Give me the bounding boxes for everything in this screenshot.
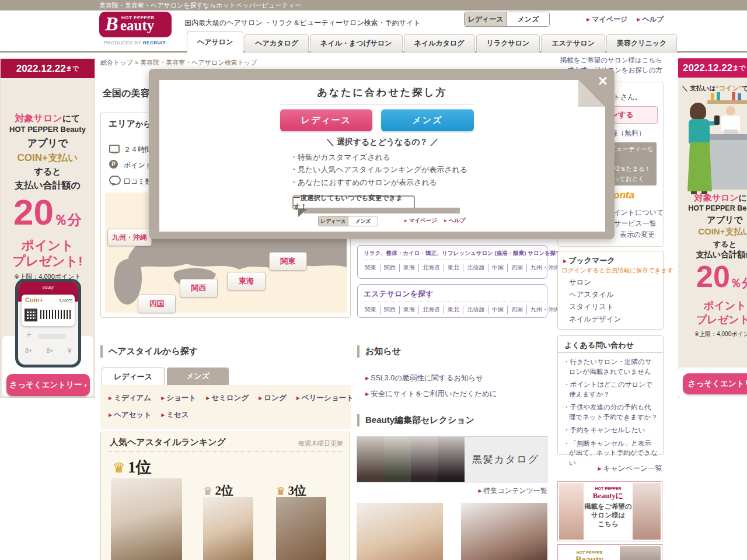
model-photo	[438, 437, 465, 482]
region-link[interactable]: 中国	[488, 306, 508, 314]
coin-campaign-banner-left[interactable]: 2022.12.22まで 対象サロンにて HOT PEPPER Beauty ア…	[0, 58, 95, 398]
bottle	[717, 92, 720, 100]
help-link[interactable]: ▶ヘルプ	[637, 15, 664, 24]
news-link-safety[interactable]: ▶安全にサイトをご利用いただくために	[365, 389, 497, 399]
bookmark-stylist-link[interactable]: スタイリスト	[569, 302, 614, 312]
region-link[interactable]: 関西	[381, 264, 400, 272]
feature-contents-link[interactable]: ▶特集コンテンツ一覧	[409, 486, 547, 496]
entry-button-left[interactable]: さっそくエントリー ›	[6, 374, 90, 396]
header-description: 国内最大級のヘアサロン ・リラク＆ビューティーサロン検索・予約サイト	[184, 18, 421, 28]
bookmark-salon-link[interactable]: サロン	[569, 278, 591, 288]
mypage-link[interactable]: ▶マイページ	[587, 15, 627, 24]
ad-brand-top: HOT PEPPER	[584, 487, 633, 491]
region-link[interactable]: 中国	[488, 264, 508, 272]
faq-item[interactable]: 子供や友達の分の予約も代理でネット予約できますか？	[563, 402, 658, 422]
modal-bullet: あなたにおすすめのサロンが表示される	[290, 177, 437, 188]
tab-hair-salon[interactable]: ヘアサロン	[187, 32, 243, 52]
hairstyle-link-mrs[interactable]: ▶ミセス	[161, 410, 189, 420]
faq-item[interactable]: 予約をキャンセルしたい	[563, 425, 658, 435]
entry-button-right[interactable]: さっそくエントリー ›	[683, 373, 747, 394]
close-icon[interactable]: ×	[598, 74, 608, 89]
modal-mens-button[interactable]: メンズ	[381, 109, 474, 131]
hairstyle-link-veryshort[interactable]: ▶ベリーショート	[296, 393, 354, 403]
rank-2-photo[interactable]	[203, 497, 253, 560]
faq-item[interactable]: ポイントはどこのサロンで使えますか？	[563, 380, 658, 399]
salon-listing-ad-2[interactable]: HOT PEPPER Beauty	[557, 544, 662, 560]
faq-item[interactable]: 「無断キャンセル」と表示が出て、ネット予約ができない	[563, 439, 658, 468]
phone-action-row: 8+ 8+ ¥	[18, 347, 78, 354]
ad-photo	[633, 483, 661, 540]
region-button-shikoku[interactable]: 四国	[138, 295, 176, 313]
breadcrumb-home[interactable]: 総合トップ	[100, 59, 133, 66]
section-accent-bar	[357, 414, 359, 426]
modal-ladies-button[interactable]: レディース	[280, 109, 372, 131]
hairstyle-link-long[interactable]: ▶ロング	[259, 393, 287, 403]
hairstyle-link-hairset[interactable]: ▶ヘアセット	[109, 410, 151, 420]
gender-select-modal: あなたに合わせた探し方 レディース メンズ ＼ 選択するとどうなるの？ ／ 特集…	[149, 69, 615, 239]
hot-pepper-beauty-logo[interactable]: B HOT PEPPER eauty	[99, 12, 172, 37]
region-link[interactable]: 四国	[508, 306, 527, 314]
about-points-link[interactable]: ポイントについて	[606, 208, 664, 218]
salon-listing-ad[interactable]: HOT PEPPER Beautyに 掲載をご希望のサロン様はこちら	[557, 481, 662, 541]
arrow-icon: ▶	[365, 376, 369, 381]
hairstyle-tab-ladies[interactable]: レディース	[102, 368, 165, 386]
bookmark-naildesign-link[interactable]: ネイルデザイン	[569, 314, 622, 324]
black-hair-catalog-banner[interactable]: 黒髪カタログ	[357, 436, 547, 482]
service-list-link[interactable]: サービス一覧	[614, 219, 657, 229]
campaign-target: 対象サロンにて	[1, 113, 95, 125]
region-link[interactable]: 北海道	[419, 264, 444, 272]
plus-icon: +	[26, 330, 32, 340]
modal-content: あなたに合わせた探し方 レディース メンズ ＼ 選択するとどうなるの？ ／ 特集…	[159, 80, 605, 232]
style-photo[interactable]	[357, 503, 443, 560]
hairstyle-tab-mens[interactable]: メンズ	[167, 368, 229, 385]
region-link[interactable]: 関東	[364, 306, 381, 314]
style-photo[interactable]	[461, 503, 547, 560]
region-link[interactable]: 関西	[381, 306, 400, 314]
region-link[interactable]: 関東	[364, 264, 381, 272]
tab-esthe-salon[interactable]: エステサロン	[541, 34, 605, 52]
hairstyle-link-semilong[interactable]: ▶セミロング	[206, 393, 249, 403]
region-link[interactable]: 北信越	[463, 264, 488, 272]
region-button-kansai[interactable]: 関西	[180, 279, 218, 298]
rank-3: ♛ 3位	[276, 482, 306, 499]
region-link[interactable]: 四国	[508, 264, 527, 272]
region-link[interactable]: 北信越	[463, 306, 488, 314]
hairstyle-link-short[interactable]: ▶ショート	[161, 393, 196, 403]
region-button-kyushu-okinawa[interactable]: 九州・沖縄	[107, 229, 152, 246]
bookmark-hairstyle-link[interactable]: ヘアスタイル	[569, 290, 614, 300]
campaign-list-link[interactable]: ▶キャンペーン一覧	[557, 464, 662, 474]
site-tagline: 美容院・美容室・ヘアサロンを探すならホットペッパービューティー	[99, 2, 301, 9]
hairstyle-link-medium[interactable]: ▶ミディアム	[109, 393, 151, 403]
campaign-then: すると	[678, 239, 747, 250]
region-link[interactable]: 北海道	[419, 306, 444, 314]
ad-photo	[559, 483, 584, 540]
region-link[interactable]: 東海	[400, 306, 419, 314]
faq-item[interactable]: 行きたいサロン・近隣のサロンが掲載されていません	[563, 357, 658, 376]
news-link-ssl[interactable]: ▶SSL3.0の脆弱性に関するお知らせ	[365, 373, 483, 383]
arrow-icon: ▶	[161, 412, 165, 418]
region-button-kanto[interactable]: 関東	[269, 252, 307, 271]
tab-nail-eyelash-salon[interactable]: ネイル・まつげサロン	[310, 34, 403, 52]
coin-card: Coin+ 3,000円	[22, 295, 75, 326]
salon-owner-link[interactable]: 掲載をご希望のサロン様はこちら	[511, 56, 662, 65]
arrow-icon: ▶	[206, 396, 210, 401]
region-link[interactable]: 東海	[400, 264, 419, 272]
coin-campaign-banner-right[interactable]: 2022.12.22まで ＼ 支払いは“コイン”で 対象サロンにて HOT PE…	[678, 58, 747, 398]
rank-3-photo[interactable]	[276, 497, 326, 560]
coin-balance: 3,000円	[59, 299, 72, 304]
rank-1-photo[interactable]	[111, 478, 182, 560]
customer-head	[690, 103, 706, 120]
tab-nail-catalog[interactable]: ネイルカタログ	[404, 34, 475, 52]
relax-search-box: リラク、整体・カイロ・矯正、リフレッシュサロン (温浴・酸素) サロンを探す 関…	[357, 245, 547, 279]
region-button-tokai[interactable]: 東海	[227, 272, 266, 290]
region-link[interactable]: 東北	[444, 306, 463, 314]
tab-beauty-clinic[interactable]: 美容クリニック	[606, 34, 677, 52]
ad-brand-top: HOT PEPPER	[559, 551, 620, 555]
region-link[interactable]: 東北	[444, 264, 463, 272]
tab-relax-salon[interactable]: リラクサロン	[476, 34, 540, 52]
gender-toggle-ladies[interactable]: レディース	[465, 12, 507, 26]
display-setting-link[interactable]: 表示の変更	[620, 230, 655, 240]
tab-hair-catalog[interactable]: ヘアカタログ	[245, 34, 309, 52]
gender-toggle-mens[interactable]: メンズ	[507, 12, 549, 26]
selection-heading: Beauty編集部セレクション	[365, 415, 474, 426]
